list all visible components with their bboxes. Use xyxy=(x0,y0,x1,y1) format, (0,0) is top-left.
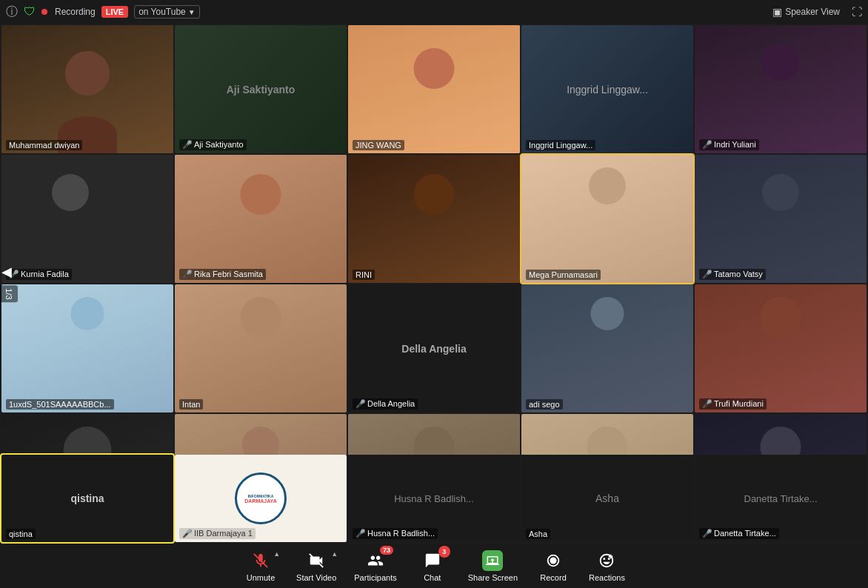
participant-name: 1uxdS_501SAAAAABBCb... xyxy=(6,399,114,410)
record-button[interactable]: Record xyxy=(535,550,571,582)
speaker-view-button[interactable]: ▣ Speaker View xyxy=(772,6,840,18)
top-bar: ⓘ 🛡 Recording LIVE on YouTube ▼ ▣ Speake… xyxy=(0,0,868,24)
video-tile[interactable]: 🎤Tatamo Vatsy xyxy=(695,155,867,283)
video-tile[interactable]: Inggrid Linggaw... Inggrid Linggaw... xyxy=(521,25,693,153)
participant-name: Asha xyxy=(526,529,550,539)
video-tile[interactable]: Della Angelia 🎤Della Angelia xyxy=(348,284,520,412)
participant-name: 🎤Kurnia Fadila xyxy=(6,269,72,280)
page-indicator: 1/3 xyxy=(0,285,18,302)
participant-name: 🎤Aji Saktiyanto xyxy=(179,139,247,150)
participant-name: 🎤Trufi Murdiani xyxy=(699,398,767,410)
video-caret-icon[interactable]: ▲ xyxy=(331,550,338,558)
participant-name: 🎤IIB Darmajaya 1 xyxy=(179,528,256,539)
svg-point-3 xyxy=(550,557,556,564)
on-youtube-label[interactable]: on YouTube ▼ xyxy=(134,5,200,19)
microphone-muted-icon xyxy=(250,550,271,571)
start-video-label: Start Video xyxy=(296,573,336,582)
share-screen-icon xyxy=(482,550,503,571)
video-tile-asha[interactable]: Asha Asha xyxy=(521,455,693,542)
unmute-button[interactable]: Unmute ▲ xyxy=(243,550,278,582)
participant-name: 🎤Indri Yuliani xyxy=(699,139,759,150)
participants-label: Participants xyxy=(354,573,396,582)
participant-name: 🎤Rika Febri Sasmita xyxy=(179,269,266,280)
video-tile[interactable]: adi sego xyxy=(521,284,693,412)
video-tile[interactable]: Intan xyxy=(175,284,347,412)
participant-name: Intan xyxy=(179,399,203,410)
participant-name: 🎤Tatamo Vatsy xyxy=(699,269,766,280)
participant-name: 🎤Husna R Badlish... xyxy=(353,528,438,539)
participant-name: adi sego xyxy=(526,399,563,410)
chat-badge: 3 xyxy=(438,546,450,558)
record-label: Record xyxy=(540,573,566,582)
video-tile[interactable]: 1uxdS_501SAAAAABBCb... xyxy=(1,284,173,412)
info-icon[interactable]: ⓘ xyxy=(6,4,18,20)
security-icon[interactable]: 🛡 xyxy=(24,5,36,19)
video-tile[interactable]: Mega Purnamasari xyxy=(521,155,693,283)
video-tile[interactable]: 🎤Rika Febri Sasmita xyxy=(175,155,347,283)
participant-name: qistina xyxy=(6,529,36,539)
recording-label: Recording xyxy=(55,7,96,17)
participant-name: 🎤Della Angelia xyxy=(353,398,418,410)
unmute-caret-icon[interactable]: ▲ xyxy=(273,550,280,558)
share-screen-button[interactable]: Share Screen xyxy=(468,550,518,582)
video-tile-iib[interactable]: INFORMATIKA DARMAJAYA 🎤IIB Darmajaya 1 xyxy=(175,455,347,542)
participant-name: JING WANG xyxy=(353,140,404,150)
video-tile[interactable]: 🎤Indri Yuliani xyxy=(695,25,867,153)
participant-name: Mega Purnamasari xyxy=(526,270,601,280)
bottom-toolbar: Unmute ▲ Start Video ▲ 73 Participants 3 xyxy=(0,544,868,588)
participant-name: Inggrid Linggaw... xyxy=(526,140,595,150)
video-tile[interactable]: Aji Saktiyanto 🎤Aji Saktiyanto xyxy=(175,25,347,153)
participant-name: 🎤Danetta Tirtake... xyxy=(699,528,779,539)
live-badge: LIVE xyxy=(101,6,128,18)
start-video-button[interactable]: Start Video ▲ xyxy=(296,550,336,582)
video-off-icon xyxy=(306,550,327,571)
page-back-arrow[interactable]: ◀ xyxy=(1,264,12,280)
share-screen-label: Share Screen xyxy=(468,573,518,582)
video-tile[interactable]: Muhammad dwiyan xyxy=(1,25,173,153)
chat-icon: 3 xyxy=(422,550,443,571)
record-icon xyxy=(543,550,564,571)
participants-button[interactable]: 73 Participants xyxy=(354,550,396,582)
video-tile[interactable]: 🎤Trufi Murdiani xyxy=(695,284,867,412)
video-tile-husna[interactable]: Husna R Badlish... 🎤Husna R Badlish... xyxy=(348,455,520,542)
participant-name: RINI xyxy=(353,270,375,280)
reactions-label: Reactions xyxy=(589,573,625,582)
chat-label: Chat xyxy=(424,573,441,582)
chat-button[interactable]: 3 Chat xyxy=(415,550,450,582)
unmute-label: Unmute xyxy=(247,573,276,582)
fullscreen-icon[interactable]: ⛶ xyxy=(852,6,862,18)
participant-name: Muhammad dwiyan xyxy=(6,140,82,150)
participants-count-badge: 73 xyxy=(380,546,393,555)
participants-icon: 73 xyxy=(365,550,386,571)
reactions-button[interactable]: Reactions xyxy=(589,550,625,582)
video-tile[interactable]: JING WANG xyxy=(348,25,520,153)
reactions-icon xyxy=(596,550,617,571)
video-tile[interactable]: RINI xyxy=(348,155,520,283)
video-tile-danetta[interactable]: Danetta Tirtake... 🎤Danetta Tirtake... xyxy=(695,455,867,542)
recording-dot xyxy=(41,9,47,15)
video-tile-qistina[interactable]: qistina qistina xyxy=(1,455,173,542)
video-tile[interactable]: 🎤Kurnia Fadila xyxy=(1,155,173,283)
